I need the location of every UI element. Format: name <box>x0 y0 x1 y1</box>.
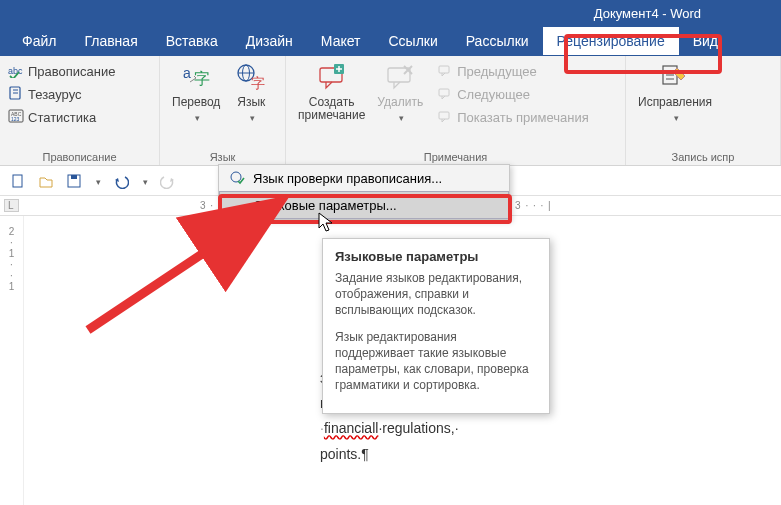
open-icon[interactable] <box>38 173 54 189</box>
lbl-delete: Удалить <box>377 96 423 109</box>
tab-selector[interactable]: L <box>4 199 19 212</box>
group-language: a字 Перевод 字 Язык Язык <box>160 56 286 165</box>
group-label-language: Язык <box>166 149 279 165</box>
lbl-translate: Перевод <box>172 96 220 109</box>
chevron-down-icon <box>397 109 404 124</box>
lbl-show-comments: Показать примечания <box>457 110 589 125</box>
lbl-statistics: Статистика <box>28 110 96 125</box>
vertical-ruler[interactable]: 2 · 1 · · 1 <box>0 216 24 505</box>
new-comment-icon <box>316 62 348 94</box>
tab-layout[interactable]: Макет <box>307 27 375 55</box>
svg-text:abc: abc <box>8 66 23 76</box>
lbl-language-prefs: Языковые параметры... <box>254 198 397 213</box>
group-label-tracking: Запись испр <box>632 149 774 165</box>
tab-design[interactable]: Дизайн <box>232 27 307 55</box>
show-comments-icon <box>437 108 453 127</box>
lbl-thesaurus: Тезаурус <box>28 87 82 102</box>
lbl-tracking: Исправления <box>638 96 712 109</box>
tab-view[interactable]: Вид <box>679 27 732 55</box>
btn-statistics[interactable]: ABC123 Статистика <box>6 106 153 129</box>
ribbon: abc Правописание Тезаурус ABC123 Статист… <box>0 56 781 166</box>
btn-spelling[interactable]: abc Правописание <box>6 60 153 83</box>
svg-text:字: 字 <box>251 75 265 91</box>
tracking-icon <box>659 62 691 94</box>
svg-point-30 <box>231 172 241 182</box>
lbl-language: Язык <box>237 96 265 109</box>
title-bar: Документ4 - Word <box>0 0 781 26</box>
tab-mailings[interactable]: Рассылки <box>452 27 543 55</box>
lbl-previous: Предыдущее <box>457 64 537 79</box>
new-doc-icon[interactable] <box>10 173 26 189</box>
tab-review[interactable]: Рецензирование <box>543 27 679 55</box>
translate-icon: a字 <box>180 62 212 94</box>
svg-rect-20 <box>439 66 449 73</box>
svg-rect-27 <box>13 175 22 187</box>
delete-comment-icon <box>384 62 416 94</box>
btn-tracking[interactable]: Исправления <box>632 60 718 126</box>
group-proofing: abc Правописание Тезаурус ABC123 Статист… <box>0 56 160 165</box>
prev-comment-icon <box>437 62 453 81</box>
lbl-spelling: Правописание <box>28 64 116 79</box>
tooltip: Языковые параметры Задание языков редакт… <box>322 238 550 414</box>
tooltip-body: Язык редактирования поддерживает такие я… <box>335 329 537 394</box>
menu-item-proofing-language[interactable]: Язык проверки правописания... <box>219 165 509 191</box>
lbl-proofing-language: Язык проверки правописания... <box>253 171 442 186</box>
chevron-down-icon[interactable] <box>94 173 101 188</box>
language-icon: 字 <box>235 62 267 94</box>
ribbon-tabs: Файл Главная Вставка Дизайн Макет Ссылки… <box>0 26 781 56</box>
btn-thesaurus[interactable]: Тезаурус <box>6 83 153 106</box>
btn-translate[interactable]: a字 Перевод <box>166 60 226 126</box>
check-abc-icon: abc <box>8 62 24 81</box>
undo-icon[interactable] <box>113 173 129 189</box>
globe-check-icon <box>229 170 245 186</box>
svg-text:a: a <box>183 65 191 81</box>
next-comment-icon <box>437 85 453 104</box>
tooltip-title: Языковые параметры <box>335 249 537 264</box>
btn-new-comment[interactable]: Создать примечание <box>292 60 371 129</box>
btn-previous-comment[interactable]: Предыдущее <box>435 60 591 83</box>
blank-icon <box>230 197 246 213</box>
svg-rect-29 <box>71 175 77 179</box>
app-title: Документ4 - Word <box>594 6 701 21</box>
lbl-new-comment: Создать примечание <box>298 96 365 122</box>
tab-insert[interactable]: Вставка <box>152 27 232 55</box>
tab-file[interactable]: Файл <box>8 27 70 55</box>
btn-delete-comment[interactable]: Удалить <box>371 60 429 129</box>
text-line: points.¶ <box>320 442 460 467</box>
svg-rect-22 <box>439 112 449 119</box>
chevron-down-icon[interactable] <box>141 173 148 188</box>
redo-icon[interactable] <box>160 173 176 189</box>
lbl-next: Следующее <box>457 87 530 102</box>
chevron-down-icon <box>672 109 679 124</box>
menu-item-language-preferences[interactable]: Языковые параметры... <box>219 191 509 219</box>
svg-rect-21 <box>439 89 449 96</box>
btn-next-comment[interactable]: Следующее <box>435 83 591 106</box>
tab-references[interactable]: Ссылки <box>374 27 451 55</box>
svg-text:123: 123 <box>11 116 20 122</box>
chevron-down-icon <box>193 109 200 124</box>
book-icon <box>8 85 24 104</box>
group-tracking: Исправления Запись испр <box>626 56 781 165</box>
language-dropdown: Язык проверки правописания... Языковые п… <box>218 164 510 220</box>
svg-text:字: 字 <box>194 70 210 87</box>
save-icon[interactable] <box>66 173 82 189</box>
tooltip-body: Задание языков редактирования, отображен… <box>335 270 537 319</box>
btn-show-comments[interactable]: Показать примечания <box>435 106 591 129</box>
group-comments: Создать примечание Удалить Предыдущее Сл… <box>286 56 626 165</box>
group-label-proofing: Правописание <box>6 149 153 165</box>
text-line: ·financiall·regulations,· <box>320 416 460 441</box>
tab-home[interactable]: Главная <box>70 27 151 55</box>
btn-language[interactable]: 字 Язык <box>226 60 276 126</box>
group-label-comments: Примечания <box>292 149 619 165</box>
stats-icon: ABC123 <box>8 108 24 127</box>
chevron-down-icon <box>248 109 255 124</box>
